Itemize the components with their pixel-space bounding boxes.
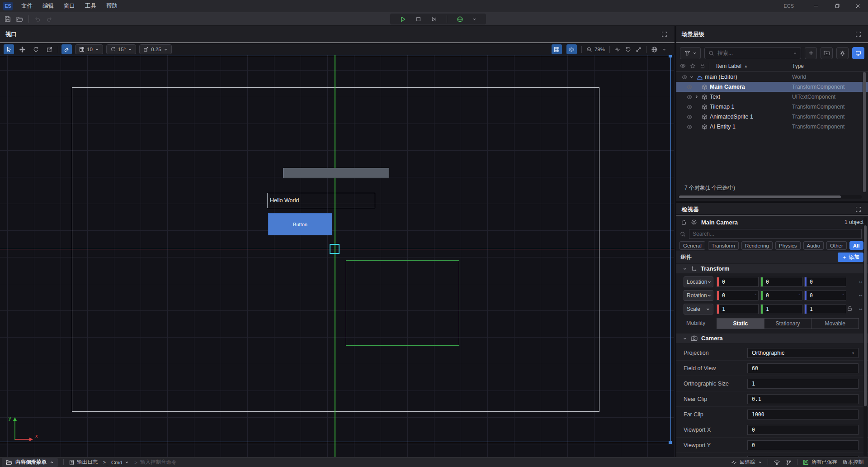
rotation-z-field[interactable]: 0° (804, 291, 846, 300)
chevron-down-icon[interactable] (793, 51, 797, 55)
projection-select[interactable]: Orthographic▾ (747, 348, 859, 358)
visibility-eye-button[interactable] (566, 44, 577, 54)
hierarchy-row-text[interactable]: Text UITextComponent (676, 92, 868, 102)
console-command-input[interactable]: >输入控制台命令 (134, 459, 176, 466)
hierarchy-row-main-editor[interactable]: main (Editor) World (676, 72, 868, 82)
menu-item[interactable]: 文件 (20, 1, 33, 11)
row-visibility-eye-icon[interactable] (686, 94, 693, 100)
open-folder-icon[interactable] (16, 16, 23, 22)
backtrace-button[interactable]: 回追踪 (731, 459, 762, 466)
rotation-dropdown[interactable]: Rotation (684, 290, 713, 301)
scale-y-field[interactable]: 1 (760, 304, 802, 314)
field-of-view-input[interactable]: 60 (747, 363, 859, 373)
mobility-movable[interactable]: Movable (811, 318, 859, 329)
column-item-label[interactable]: Item Label▲ (716, 63, 748, 69)
near-clip-input[interactable]: 0.1 (747, 394, 859, 404)
scale-lock-icon[interactable] (847, 305, 853, 311)
select-tool-button[interactable] (4, 44, 14, 54)
step-button[interactable] (431, 16, 437, 22)
window-minimize-button[interactable] (806, 0, 826, 12)
ui-button-object[interactable]: Button (268, 213, 332, 235)
hierarchy-row-animatedsprite-1[interactable]: AnimatedSprite 1 TransformComponent (676, 112, 868, 122)
menu-item[interactable]: 工具 (84, 1, 97, 11)
fullscreen-expand-icon[interactable] (636, 47, 642, 52)
app-logo[interactable]: ES (3, 2, 13, 10)
tab-all[interactable]: All (849, 241, 863, 250)
viewport-expand-icon[interactable] (661, 31, 667, 37)
stats-pulse-icon[interactable] (614, 47, 621, 52)
tab-audio[interactable]: Audio (803, 241, 824, 250)
hierarchy-expand-icon[interactable] (855, 31, 861, 37)
row-visibility-eye-icon[interactable] (681, 74, 688, 80)
tab-transform[interactable]: Transform (708, 241, 739, 250)
row-visibility-eye-icon[interactable] (686, 114, 693, 120)
camera-bounds-handle[interactable] (669, 55, 672, 57)
link-axes-icon[interactable]: ↔ (858, 291, 863, 298)
viewport-y-input[interactable]: 0 (747, 440, 859, 450)
menu-item[interactable]: 帮助 (105, 1, 118, 11)
column-lock-icon[interactable] (700, 63, 705, 69)
output-log-button[interactable]: 输出日志 (69, 459, 98, 466)
reset-view-icon[interactable] (625, 47, 631, 52)
content-drawer-button[interactable]: 内容侧滑菜单 (2, 458, 58, 467)
viewport-x-input[interactable]: 0 (747, 425, 859, 435)
rotate-snap-dropdown[interactable]: 15° (106, 44, 136, 54)
sprite-bar-object[interactable] (283, 168, 389, 178)
rotation-y-field[interactable]: 0° (760, 291, 802, 300)
tab-rendering[interactable]: Rendering (741, 241, 773, 250)
rotate-tool-button[interactable] (31, 44, 41, 54)
window-maximize-button[interactable] (826, 0, 847, 12)
location-x-field[interactable]: 0 (717, 277, 759, 287)
inspector-gear-icon[interactable] (691, 219, 697, 225)
hierarchy-search-box[interactable] (704, 47, 801, 59)
hierarchy-horizontal-scrollbar[interactable] (678, 195, 862, 199)
branch-icon[interactable] (786, 459, 792, 465)
location-z-field[interactable]: 0 (804, 277, 846, 287)
hierarchy-row-ai-entity-1[interactable]: AI Entity 1 TransformComponent (676, 122, 868, 132)
inspector-expand-icon[interactable] (855, 206, 861, 212)
move-tool-button[interactable] (17, 44, 28, 54)
save-icon[interactable] (5, 16, 11, 22)
play-button[interactable] (400, 16, 406, 23)
network-wifi-icon[interactable] (774, 460, 780, 465)
inspector-vertical-scrollbar[interactable] (863, 217, 867, 456)
orthographic-size-input[interactable]: 1 (747, 379, 859, 389)
link-axes-icon[interactable]: ↔ (858, 305, 863, 311)
inspector-search-input[interactable] (693, 231, 858, 237)
scene-canvas[interactable]: Hello World Button y x (0, 55, 675, 457)
hierarchy-search-input[interactable] (717, 50, 790, 56)
globe-dropdown-caret-icon[interactable] (472, 17, 476, 21)
tab-physics[interactable]: Physics (775, 241, 801, 250)
mobility-static[interactable]: Static (717, 318, 764, 329)
camera-bounds-handle[interactable] (669, 441, 672, 444)
undo-icon[interactable] (34, 16, 41, 22)
scale-z-field[interactable]: 1 (804, 304, 846, 314)
caret-down-icon[interactable] (688, 75, 695, 79)
hierarchy-row-main-camera[interactable]: Main Camera TransformComponent (676, 82, 868, 92)
far-clip-input[interactable]: 1000 (747, 410, 859, 419)
row-visibility-eye-icon[interactable] (686, 84, 693, 90)
scale-x-field[interactable]: 1 (717, 304, 759, 314)
link-axes-icon[interactable]: ↔ (858, 278, 863, 284)
caret-right-icon[interactable] (693, 95, 700, 99)
save-status[interactable]: 所有已保存 (803, 459, 838, 466)
add-folder-button[interactable] (821, 47, 833, 59)
menu-item[interactable]: 窗口 (63, 1, 76, 11)
scale-snap-dropdown[interactable]: 0.25 (139, 44, 171, 54)
version-control-button[interactable]: 版本控制 (843, 459, 863, 466)
snap-toggle-button[interactable] (61, 44, 72, 54)
menu-item[interactable]: 编辑 (42, 1, 55, 11)
column-visibility-eye-icon[interactable] (680, 63, 686, 69)
location-dropdown[interactable]: Location (684, 276, 713, 287)
display-target-button[interactable] (852, 47, 864, 59)
viewport-world-globe-icon[interactable] (651, 46, 658, 53)
stop-button[interactable] (415, 16, 421, 22)
cmd-selector[interactable]: >_ Cmd (103, 460, 129, 465)
transform-section-header[interactable]: Transform (676, 264, 868, 273)
column-favorite-star-icon[interactable] (690, 63, 696, 69)
grid-visibility-button[interactable] (552, 44, 562, 54)
window-close-button[interactable] (847, 0, 868, 12)
mobility-stationary[interactable]: Stationary (764, 318, 812, 329)
origin-selection-square[interactable] (330, 244, 340, 254)
tab-other[interactable]: Other (826, 241, 847, 250)
